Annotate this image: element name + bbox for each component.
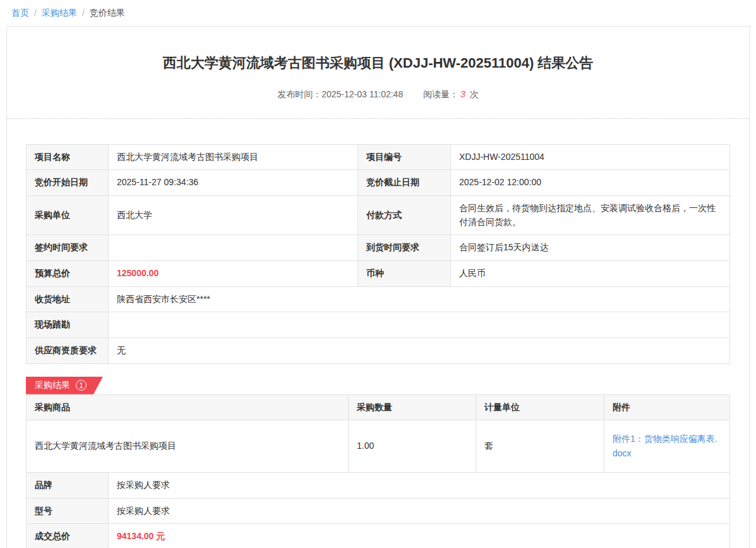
read-count: 阅读量：3 次 <box>423 89 479 99</box>
field-value: 合同签订后15天内送达 <box>451 235 730 261</box>
breadcrumb-separator: / <box>82 8 85 18</box>
field-label: 竞价开始日期 <box>27 170 109 196</box>
field-value: 西北大学 <box>109 195 358 234</box>
field-label: 采购单位 <box>27 195 109 234</box>
field-label: 成交总价 <box>27 524 109 548</box>
field-value: XDJJ-HW-202511004 <box>451 144 730 170</box>
table-row: 现场踏勘 <box>27 312 730 338</box>
table-row: 项目名称 西北大学黄河流域考古图书采购项目 项目编号 XDJJ-HW-20251… <box>27 144 730 170</box>
field-label: 型号 <box>27 498 109 524</box>
field-value: 按采购人要求 <box>109 498 730 524</box>
table-header-row: 采购商品 采购数量 计量单位 附件 <box>27 394 730 420</box>
result-badge-label: 采购结果 <box>35 380 70 391</box>
project-info-table: 项目名称 西北大学黄河流域考古图书采购项目 项目编号 XDJJ-HW-20251… <box>26 144 730 364</box>
field-label: 预算总价 <box>27 261 109 287</box>
field-label: 品牌 <box>27 472 109 498</box>
column-header: 附件 <box>604 394 730 420</box>
field-value <box>109 312 730 338</box>
result-detail-table: 品牌 按采购人要求 型号 按采购人要求 成交总价 94134.00 元 成交供应… <box>26 472 730 548</box>
field-value: 合同生效后，待货物到达指定地点、安装调试验收合格后，一次性付清合同货款。 <box>451 195 730 234</box>
table-row: 成交总价 94134.00 元 <box>27 524 730 548</box>
purchase-quantity: 1.00 <box>349 420 476 472</box>
read-count-value: 3 <box>460 89 465 99</box>
field-label: 现场踏勘 <box>27 312 109 338</box>
table-row: 采购单位 西北大学 付款方式 合同生效后，待货物到达指定地点、安装调试验收合格后… <box>27 195 730 234</box>
result-table: 采购商品 采购数量 计量单位 附件 西北大学黄河流域考古图书采购项目 1.00 … <box>26 394 730 473</box>
breadcrumb-current: 竞价结果 <box>90 8 125 18</box>
field-value: 2025-12-02 12:00:00 <box>451 170 730 196</box>
field-label: 供应商资质要求 <box>27 338 109 364</box>
unit-of-measure: 套 <box>476 420 604 472</box>
table-row: 预算总价 125000.00 币种 人民币 <box>27 261 730 287</box>
breadcrumb-purchase-results-link[interactable]: 采购结果 <box>42 8 77 18</box>
column-header: 采购数量 <box>349 394 476 420</box>
field-label: 竞价截止日期 <box>358 170 451 196</box>
field-label: 币种 <box>358 261 451 287</box>
table-row: 西北大学黄河流域考古图书采购项目 1.00 套 附件1：货物类响应偏离表.doc… <box>27 420 730 472</box>
field-value: 西北大学黄河流域考古图书采购项目 <box>109 144 358 170</box>
result-badge-number: 1 <box>76 380 87 391</box>
announcement-content: 项目名称 西北大学黄河流域考古图书采购项目 项目编号 XDJJ-HW-20251… <box>7 119 749 548</box>
breadcrumb-separator: / <box>34 8 37 18</box>
result-badge: 采购结果 1 <box>26 377 103 394</box>
budget-total-value: 125000.00 <box>109 261 358 287</box>
breadcrumb: 首页/采购结果/竞价结果 <box>0 0 756 26</box>
field-label: 签约时间要求 <box>27 235 109 261</box>
announcement-meta: 发布时间：2025-12-03 11:02:48 阅读量：3 次 <box>26 89 730 100</box>
table-row: 型号 按采购人要求 <box>27 498 730 524</box>
column-header: 计量单位 <box>476 394 604 420</box>
field-value: 2025-11-27 09:34:36 <box>109 170 358 196</box>
table-row: 品牌 按采购人要求 <box>27 472 730 498</box>
page-title: 西北大学黄河流域考古图书采购项目 (XDJJ-HW-202511004) 结果公… <box>26 54 730 73</box>
field-label: 到货时间要求 <box>358 235 451 261</box>
announcement-card: 西北大学黄河流域考古图书采购项目 (XDJJ-HW-202511004) 结果公… <box>6 26 750 548</box>
field-value: 无 <box>109 338 730 364</box>
field-value: 人民币 <box>451 261 730 287</box>
table-row: 签约时间要求 到货时间要求 合同签订后15天内送达 <box>27 235 730 261</box>
deal-total-price: 94134.00 元 <box>109 524 730 548</box>
attachment-link[interactable]: 附件1：货物类响应偏离表.docx <box>613 434 717 458</box>
field-label: 收货地址 <box>27 286 109 312</box>
title-section: 西北大学黄河流域考古图书采购项目 (XDJJ-HW-202511004) 结果公… <box>7 27 749 100</box>
field-value: 陕西省西安市长安区**** <box>109 286 730 312</box>
publish-time: 发布时间：2025-12-03 11:02:48 <box>277 89 403 99</box>
field-label: 项目编号 <box>358 144 451 170</box>
field-label: 付款方式 <box>358 195 451 234</box>
field-value: 按采购人要求 <box>109 472 730 498</box>
table-row: 供应商资质要求 无 <box>27 338 730 364</box>
column-header: 采购商品 <box>27 394 349 420</box>
field-label: 项目名称 <box>27 144 109 170</box>
table-row: 竞价开始日期 2025-11-27 09:34:36 竞价截止日期 2025-1… <box>27 170 730 196</box>
field-value <box>109 235 358 261</box>
product-name: 西北大学黄河流域考古图书采购项目 <box>27 420 349 472</box>
breadcrumb-home-link[interactable]: 首页 <box>11 8 29 18</box>
table-row: 收货地址 陕西省西安市长安区**** <box>27 286 730 312</box>
